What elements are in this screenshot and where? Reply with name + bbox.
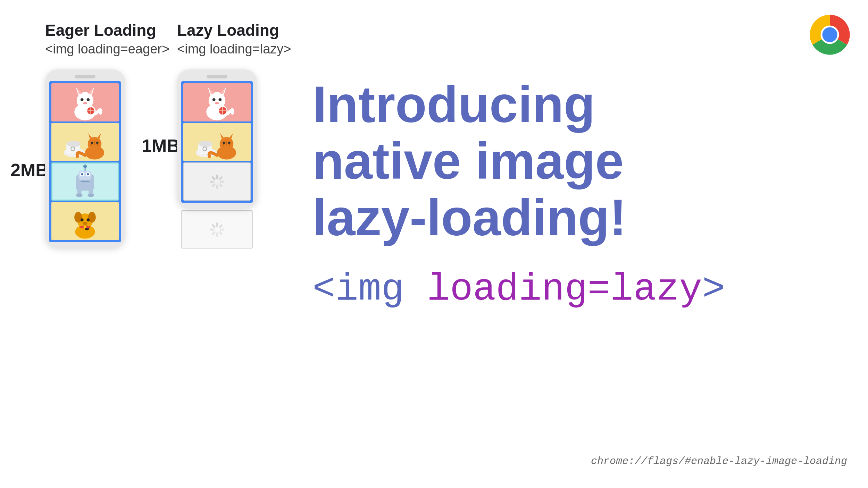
svg-point-10 [86, 98, 90, 101]
svg-point-11 [83, 102, 87, 104]
svg-marker-70 [220, 133, 225, 140]
svg-point-45 [88, 212, 96, 223]
svg-rect-90 [211, 231, 216, 235]
code-bracket-close: > [702, 268, 725, 311]
svg-rect-86 [218, 224, 223, 228]
svg-point-75 [223, 142, 225, 144]
svg-point-76 [228, 142, 231, 144]
eager-image-cat [51, 83, 119, 121]
svg-rect-80 [218, 183, 223, 187]
eager-phone [45, 69, 125, 248]
svg-point-51 [84, 226, 86, 228]
svg-marker-22 [88, 133, 93, 140]
svg-marker-23 [97, 133, 101, 140]
chrome-logo [809, 14, 851, 56]
svg-point-28 [96, 142, 99, 144]
svg-marker-71 [228, 133, 233, 140]
lazy-phone [177, 69, 257, 249]
lazy-image-spinner-1 [183, 162, 251, 201]
svg-rect-79 [220, 180, 224, 183]
eager-size-label: 2MB [10, 160, 49, 180]
svg-rect-81 [216, 184, 218, 188]
svg-rect-78 [218, 176, 223, 180]
eager-loading-subtitle: <img loading=eager> [45, 42, 169, 57]
lazy-phone-screen [181, 81, 253, 203]
svg-point-60 [215, 102, 219, 104]
svg-rect-82 [211, 183, 216, 187]
lazy-image-spinner-2 [181, 210, 253, 249]
phone-notch-lazy [207, 75, 227, 78]
svg-rect-37 [81, 181, 90, 182]
svg-point-44 [74, 212, 82, 223]
svg-rect-84 [211, 176, 216, 180]
code-loading-attr: loading=lazy [427, 268, 702, 311]
svg-point-18 [67, 141, 81, 147]
svg-rect-87 [220, 228, 224, 230]
svg-point-32 [83, 165, 87, 168]
eager-phone-screen [49, 81, 121, 242]
svg-point-59 [218, 98, 222, 101]
svg-point-53 [209, 92, 225, 109]
svg-point-58 [212, 98, 216, 101]
svg-point-47 [86, 218, 90, 221]
svg-point-48 [83, 222, 87, 225]
svg-rect-92 [211, 224, 216, 228]
svg-rect-91 [210, 228, 214, 230]
eager-image-orange-cat [51, 123, 119, 161]
svg-point-4 [77, 92, 93, 109]
code-bracket-open: <img [312, 268, 427, 311]
lazy-image-orange-cat [183, 123, 251, 161]
svg-rect-88 [218, 231, 223, 235]
eager-image-yellow-dog [51, 202, 119, 240]
svg-point-35 [81, 173, 83, 175]
svg-rect-83 [210, 180, 214, 183]
lazy-image-cat [183, 83, 251, 121]
eager-image-dog [51, 162, 119, 201]
svg-point-41 [87, 193, 94, 197]
right-panel: Introducing native image lazy-loading! <… [312, 76, 833, 312]
svg-point-66 [199, 141, 212, 147]
eager-loading-title: Eager Loading [45, 21, 169, 40]
svg-rect-85 [216, 222, 218, 226]
introducing-text: Introducing native image lazy-loading! [312, 76, 833, 246]
svg-rect-89 [216, 232, 218, 236]
lazy-loading-title: Lazy Loading [177, 21, 291, 40]
lazy-loading-subtitle: <img loading=lazy> [177, 42, 291, 57]
svg-point-40 [76, 193, 83, 197]
svg-point-9 [81, 98, 84, 101]
svg-point-46 [81, 218, 84, 221]
phone-notch [75, 75, 95, 78]
code-snippet: <img loading=lazy> [312, 267, 833, 312]
chrome-flag-url: chrome://flags/#enable-lazy-image-loadin… [591, 455, 847, 467]
svg-point-36 [87, 173, 89, 175]
lazy-size-label: 1MB [142, 135, 180, 156]
svg-point-27 [91, 142, 93, 144]
svg-rect-77 [216, 174, 218, 178]
